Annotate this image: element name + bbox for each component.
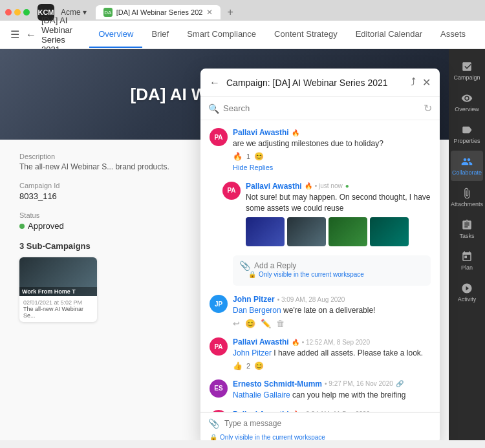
browser-tab[interactable]: DA [DA] AI Webinar Series 202 ✕ bbox=[96, 5, 221, 19]
sidebar-item-properties[interactable]: Properties bbox=[451, 119, 483, 149]
reaction-fire[interactable]: 🔥 bbox=[233, 152, 242, 161]
mention: John Pitzer bbox=[233, 348, 272, 357]
message-image bbox=[370, 217, 409, 246]
mention: Dan Bergeron bbox=[233, 306, 281, 315]
reply-input[interactable] bbox=[254, 261, 424, 270]
attachment-icon[interactable]: 📎 bbox=[208, 418, 219, 429]
message-author: Ernesto Schmidt-Mumm • 9:27 PM, 16 Nov 2… bbox=[233, 379, 431, 389]
online-icon: ● bbox=[345, 182, 349, 189]
chat-messages: PA Pallavi Awasthi 🔥 are we adjusting mi… bbox=[200, 120, 440, 412]
list-item: ES Ernesto Schmidt-Mumm • 9:27 PM, 16 No… bbox=[210, 379, 431, 401]
nav-bar: ☰ ← [DA] AI Webinar Series 2021 Overview… bbox=[0, 21, 485, 49]
tab-content-strategy[interactable]: Content Strategy bbox=[265, 21, 347, 48]
sidebar-item-collaborate[interactable]: Collaborate bbox=[451, 151, 483, 181]
message-content: Ernesto Schmidt-Mumm • 9:27 PM, 16 Nov 2… bbox=[233, 379, 431, 401]
lock-icon: 🔒 bbox=[210, 434, 217, 440]
sidebar-item-tasks[interactable]: Tasks bbox=[451, 214, 483, 244]
refresh-icon[interactable]: ↻ bbox=[424, 102, 432, 114]
campaign-card[interactable]: Work From Home T 02/01/2021 at 5:02 PM T… bbox=[19, 257, 97, 322]
main-area: [DA] AI Webinar Series 2021 Description … bbox=[0, 49, 485, 440]
message-content: Pallavi Awasthi 🔥 • just now ● Not sure!… bbox=[246, 182, 431, 247]
list-item: JP John Pitzer • 3:09 AM, 28 Aug 2020 Da… bbox=[210, 295, 431, 328]
tab-smart-compliance[interactable]: Smart Compliance bbox=[178, 21, 265, 48]
message-input-area: 📎 bbox=[200, 412, 440, 434]
tab-brief[interactable]: Brief bbox=[142, 21, 178, 48]
message-image bbox=[329, 217, 367, 246]
message-author: Pallavi Awasthi 🔥 • 12:52 AM, 8 Sep 2020 bbox=[233, 337, 431, 347]
sidebar-item-overview[interactable]: Overview bbox=[451, 87, 483, 118]
thumbs-up-reaction[interactable]: 👍 bbox=[233, 361, 242, 370]
emoji-action-icon[interactable]: 😊 bbox=[245, 319, 255, 328]
hide-replies-button[interactable]: Hide Replies bbox=[233, 164, 273, 171]
workspace-note-reply: 🔒 Only visible in the current workspace bbox=[239, 271, 424, 281]
campaign-card-desc: The all-new AI Webinar Se... bbox=[23, 306, 93, 319]
avatar: ES bbox=[210, 379, 228, 398]
reply-input-section: 📎 🔒 Only visible in the current workspac… bbox=[233, 255, 431, 286]
message-content: Pallavi Awasthi 🔥 are we adjusting miles… bbox=[233, 128, 431, 173]
list-item: PA Pallavi Awasthi 🔥 • 12:52 AM, 8 Sep 2… bbox=[210, 337, 431, 370]
message-text: are we adjusting milestones due to holid… bbox=[233, 138, 431, 149]
mention: Nathalie Gallaire bbox=[233, 390, 290, 400]
close-window-button[interactable] bbox=[5, 9, 12, 16]
sidebar-label-overview: Overview bbox=[455, 106, 479, 112]
tab-favicon: DA bbox=[103, 8, 113, 17]
message-image bbox=[287, 217, 326, 246]
browser-chrome: KCM Acme ▾ DA [DA] AI Webinar Series 202… bbox=[0, 0, 485, 49]
campaign-card-image: Work From Home T bbox=[19, 257, 97, 296]
search-input[interactable] bbox=[223, 103, 420, 113]
sidebar-item-activity[interactable]: Activity bbox=[451, 277, 483, 308]
chat-back-button[interactable]: ← bbox=[210, 77, 220, 89]
back-button[interactable]: ← bbox=[26, 29, 36, 41]
minimize-window-button[interactable] bbox=[14, 9, 21, 16]
message-author: John Pitzer • 3:09 AM, 28 Aug 2020 bbox=[233, 295, 431, 304]
chat-actions: ⤴ ✕ bbox=[411, 76, 431, 89]
search-icon: 🔍 bbox=[208, 103, 219, 114]
campaign-card-date: 02/01/2021 at 5:02 PM bbox=[23, 299, 93, 306]
message-input[interactable] bbox=[224, 419, 432, 428]
message-time: • just now bbox=[315, 182, 343, 189]
sidebar-item-attachments[interactable]: Attachments bbox=[451, 182, 483, 213]
message-content: John Pitzer • 3:09 AM, 28 Aug 2020 Dan B… bbox=[233, 295, 431, 328]
close-chat-button[interactable]: ✕ bbox=[422, 76, 431, 89]
campaign-card-body: 02/01/2021 at 5:02 PM The all-new AI Web… bbox=[19, 296, 97, 322]
chat-panel: ← Campaign: [DA] AI Webinar Series 2021 … bbox=[200, 69, 440, 440]
sidebar-item-plan[interactable]: Plan bbox=[451, 246, 483, 276]
message-reactions: 🔥 1 😊 bbox=[233, 152, 431, 161]
share-icon[interactable]: ⤴ bbox=[411, 76, 416, 89]
hamburger-menu-button[interactable]: ☰ bbox=[10, 28, 19, 41]
sidebar-label-collaborate: Collaborate bbox=[452, 169, 482, 176]
chat-header: ← Campaign: [DA] AI Webinar Series 2021 … bbox=[200, 69, 440, 97]
status-value: Approved bbox=[28, 221, 64, 231]
tab-overview[interactable]: Overview bbox=[89, 21, 142, 48]
avatar: PA bbox=[210, 128, 228, 146]
message-author: Pallavi Awasthi 🔥 bbox=[233, 128, 431, 137]
campaign-card-title: Work From Home T bbox=[19, 287, 97, 296]
tab-editorial-calendar[interactable]: Editorial Calendar bbox=[347, 21, 431, 48]
maximize-window-button[interactable] bbox=[23, 9, 30, 16]
paperclip-icon: 📎 bbox=[239, 261, 250, 271]
list-item: PA Pallavi Awasthi 🔥 are we adjusting mi… bbox=[210, 128, 431, 173]
nav-tabs: Overview Brief Smart Compliance Content … bbox=[89, 21, 475, 48]
tab-close-button[interactable]: ✕ bbox=[206, 8, 213, 17]
sidebar-label-plan: Plan bbox=[461, 264, 473, 271]
new-tab-button[interactable]: + bbox=[223, 6, 237, 18]
reply-action-icon[interactable]: ↩ bbox=[233, 319, 240, 328]
message-time: • 12:52 AM, 8 Sep 2020 bbox=[302, 339, 370, 346]
list-item: PA Pallavi Awasthi 🔥 • just now ● Not su… bbox=[222, 182, 431, 247]
window-controls bbox=[5, 9, 30, 16]
message-images bbox=[246, 217, 431, 246]
message-reactions: 👍 2 😊 bbox=[233, 361, 431, 370]
avatar: PA bbox=[210, 337, 228, 356]
avatar: PA bbox=[222, 182, 241, 200]
message-author: Pallavi Awasthi 🔥 • just now ● bbox=[246, 182, 431, 191]
message-text: Not sure! but may happen. On second thou… bbox=[246, 192, 431, 214]
sidebar-item-campaign[interactable]: Campaign bbox=[451, 56, 483, 86]
workspace-note-main: 🔒 Only visible in the current workspace bbox=[200, 434, 440, 440]
tab-label: [DA] AI Webinar Series 202 bbox=[116, 8, 203, 16]
delete-action-icon[interactable]: 🗑 bbox=[276, 319, 285, 328]
reaction-smile[interactable]: 😊 bbox=[254, 152, 264, 161]
tab-assets[interactable]: Assets bbox=[431, 21, 475, 48]
right-sidebar: Campaign Overview Properties Collaborate… bbox=[449, 49, 485, 440]
smile-reaction[interactable]: 😊 bbox=[254, 361, 264, 370]
edit-action-icon[interactable]: ✏️ bbox=[261, 319, 271, 328]
